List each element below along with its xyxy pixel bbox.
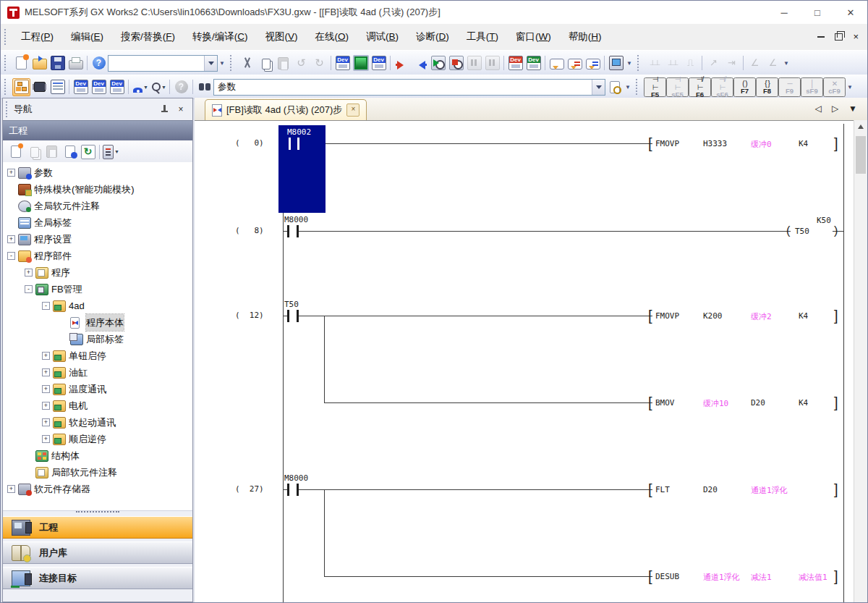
write-plc-button[interactable] <box>393 54 411 72</box>
mdi-restore-icon[interactable] <box>835 33 843 41</box>
toolbar-overflow-icon[interactable]: ▼ <box>782 54 791 72</box>
toolbar-overflow-icon[interactable]: ▼ <box>846 77 854 96</box>
tree-item-特殊模块(智能功能模块)[interactable]: 特殊模块(智能功能模块) <box>3 181 192 198</box>
tab-next-icon[interactable]: ▷ <box>832 104 838 114</box>
tree-item-程序[interactable]: +程序 <box>3 264 192 281</box>
nav-info-button[interactable] <box>61 143 79 161</box>
device-batch-button[interactable] <box>90 78 108 96</box>
menu-item-b[interactable]: 调试(B) <box>357 24 407 50</box>
menu-item-e[interactable]: 编辑(E) <box>62 24 112 50</box>
nav-button-用户库[interactable]: 用户库 <box>3 541 192 564</box>
device-display-button[interactable] <box>72 78 90 96</box>
menu-item-o[interactable]: 在线(O) <box>307 24 358 50</box>
combo-dropdown-icon[interactable] <box>204 56 217 71</box>
tree-item-全局标签[interactable]: 全局标签 <box>3 214 192 231</box>
ladder-symbol-sF6-button[interactable]: ⊣/⊢sF6 <box>711 77 733 97</box>
menu-item-c[interactable]: 转换/编译(C) <box>184 24 257 50</box>
toolbar-grip[interactable] <box>637 55 642 71</box>
ladder-symbol-F6-button[interactable]: ⊣/⊢F6 <box>689 77 711 97</box>
tree-expand-icon[interactable]: + <box>7 235 15 243</box>
device-read-button[interactable] <box>370 54 388 72</box>
vertical-scrollbar[interactable] <box>854 120 867 602</box>
toolbar-overflow-icon[interactable]: ▼ <box>624 77 632 96</box>
tree-item-油缸[interactable]: +油缸 <box>3 364 192 381</box>
toolbar-grip[interactable] <box>4 79 9 95</box>
tree-expand-icon[interactable]: + <box>25 269 33 277</box>
nav-paste-button[interactable] <box>43 143 61 161</box>
undo-button[interactable] <box>292 54 310 72</box>
pause-a-button[interactable] <box>465 54 483 72</box>
menu-item-w[interactable]: 窗口(W) <box>507 24 560 50</box>
help2-button[interactable] <box>172 78 190 96</box>
nav-new-button[interactable] <box>7 143 25 161</box>
project-tree-button[interactable] <box>12 78 30 96</box>
tree-expand-icon[interactable]: + <box>42 402 50 410</box>
tab-list-icon[interactable]: ▼ <box>848 104 857 114</box>
tree-item-结构体[interactable]: 结构体 <box>3 447 192 464</box>
toolbar-combobox[interactable] <box>108 55 218 72</box>
scroll-up-icon[interactable] <box>854 120 867 132</box>
new-project-button[interactable] <box>12 54 30 72</box>
monitor-mode-button[interactable] <box>352 54 370 72</box>
wave-a-button[interactable] <box>645 54 663 72</box>
ladder-canvas[interactable]: ( 0)M8002[FMOVPH3333缓冲0K4]( 8)M8000(T50)… <box>195 120 854 602</box>
save-project-button[interactable] <box>48 54 67 72</box>
tree-item-FB管理[interactable]: -FB管理 <box>3 281 192 298</box>
menu-item-f[interactable]: 搜索/替换(F) <box>112 24 184 50</box>
monitor-start-button[interactable] <box>429 54 447 72</box>
redo-button[interactable] <box>310 54 328 72</box>
graph-a-button[interactable] <box>746 54 764 72</box>
device-test-on-button[interactable] <box>506 54 524 72</box>
dev-watch-button[interactable]: ▼ <box>131 78 149 96</box>
nav-splitter[interactable] <box>3 508 192 515</box>
wave-b-button[interactable] <box>663 54 681 72</box>
tree-item-程序本体[interactable]: 程序本体 <box>3 314 192 331</box>
tree-expand-icon[interactable]: - <box>7 252 15 260</box>
tree-item-4ad[interactable]: -4ad <box>3 298 192 314</box>
tree-item-顺启逆停[interactable]: +顺启逆停 <box>3 431 192 447</box>
tree-expand-icon[interactable]: + <box>42 435 50 443</box>
ladder-symbol-sF5-button[interactable]: ⊣ ⊢sF5 <box>666 77 689 97</box>
sampling-a-button[interactable] <box>705 54 723 72</box>
device-write-button[interactable] <box>333 54 352 72</box>
open-project-button[interactable] <box>30 54 48 72</box>
tree-item-参数[interactable]: +参数 <box>3 164 192 181</box>
nav-refresh-button[interactable] <box>79 143 97 161</box>
tree-expand-icon[interactable]: + <box>42 418 50 426</box>
find-device-button[interactable]: ▼ <box>149 78 167 96</box>
monitor-stop-button[interactable] <box>447 54 465 72</box>
ladder-symbol-cF9-button[interactable]: ✕cF9 <box>823 77 846 97</box>
document-tab[interactable]: [FB]读取 4ad (只读) (207)步 × <box>205 99 367 120</box>
sampling-b-button[interactable] <box>723 54 741 72</box>
pc-connect-button[interactable] <box>607 54 625 72</box>
device-ref-button[interactable] <box>108 78 126 96</box>
menu-item-h[interactable]: 帮助(H) <box>560 24 610 50</box>
tree-item-局部标签[interactable]: 局部标签 <box>3 331 192 347</box>
find-result-button[interactable] <box>605 78 624 96</box>
tab-close-icon[interactable]: × <box>346 104 359 117</box>
find-binocular-button[interactable] <box>195 78 213 96</box>
ladder-symbol-sF9-button[interactable]: │sF9 <box>801 77 823 97</box>
wave-c-button[interactable] <box>681 54 699 72</box>
menu-item-v[interactable]: 视图(V) <box>257 24 307 50</box>
read-plc-button[interactable] <box>411 54 429 72</box>
ladder-symbol-F7-button[interactable]: ( )F7 <box>733 77 756 97</box>
mdi-minimize-icon[interactable] <box>817 36 825 38</box>
tree-item-程序设置[interactable]: +程序设置 <box>3 231 192 248</box>
menu-item-p[interactable]: 工程(P) <box>12 24 62 50</box>
pin-icon[interactable] <box>159 104 171 114</box>
graph-b-button[interactable] <box>764 54 782 72</box>
toolbar-grip[interactable] <box>636 79 641 95</box>
nav-button-连接目标[interactable]: 连接目标 <box>3 567 192 589</box>
nav-close-icon[interactable]: × <box>175 104 187 114</box>
cut-button[interactable] <box>238 54 256 72</box>
nav-copy-button[interactable] <box>25 143 43 161</box>
tree-item-软起动通讯[interactable]: +软起动通讯 <box>3 414 192 431</box>
minimize-button[interactable]: ─ <box>767 1 801 24</box>
navigation-grip[interactable] <box>6 101 11 117</box>
ladder-symbol-F9-button[interactable]: ─F9 <box>778 77 801 97</box>
device-test-off-button[interactable] <box>524 54 542 72</box>
tree-item-单钮启停[interactable]: +单钮启停 <box>3 347 192 364</box>
tree-expand-icon[interactable]: - <box>42 302 50 310</box>
mdi-close-icon[interactable]: × <box>853 33 859 41</box>
